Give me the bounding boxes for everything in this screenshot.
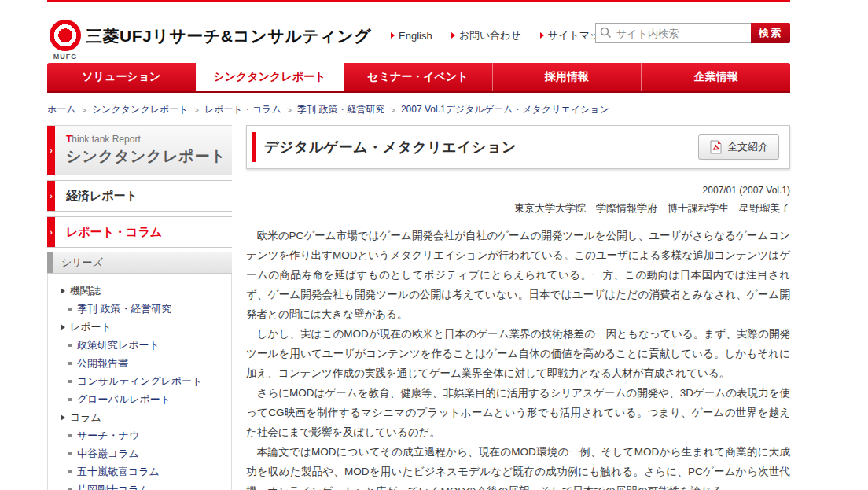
sidebar-item-label: レポート・コラム <box>66 225 162 240</box>
series-link-label: 政策研究レポート <box>77 338 160 352</box>
breadcrumb-separator: > <box>82 105 86 115</box>
arrow-icon <box>540 32 544 39</box>
bullet-icon <box>68 362 72 365</box>
series-heading-bar <box>47 252 53 273</box>
site-name[interactable]: 三菱UFJリサーチ&コンサルティング <box>86 25 371 47</box>
breadcrumb-report-column[interactable]: レポート・コラム <box>204 103 281 116</box>
series-category-kikanshi[interactable]: 機関誌 <box>48 282 231 300</box>
series-link-nakatani-column[interactable]: 中谷巌コラム <box>48 444 231 462</box>
nav-item-corporate[interactable]: 企業情報 <box>641 63 790 91</box>
series-category-label: コラム <box>70 411 101 425</box>
article-meta: 2007/01 (2007 Vol.1) 東京大学大学院 学際情報学府 博士課程… <box>246 185 790 216</box>
fulltext-pdf-button-top[interactable]: 全文紹介 <box>698 134 779 160</box>
mufg-logo-icon <box>50 20 81 51</box>
sidebar-item-economic-report[interactable]: › 経済レポート <box>47 180 232 212</box>
series-link-search-now[interactable]: サーチ・ナウ <box>48 426 231 444</box>
utility-nav: English お問い合わせ サイトマップ <box>391 28 611 42</box>
paragraph: 本論文ではMODについてその成立過程から、現在のMOD環境の一例、そしてMODか… <box>246 442 790 490</box>
series-category-column[interactable]: コラム <box>48 408 231 426</box>
series-link-label: グローバルレポート <box>77 392 171 407</box>
breadcrumb-home[interactable]: ホーム <box>47 103 76 116</box>
utility-link-label: お問い合わせ <box>459 28 521 42</box>
series-link-global-report[interactable]: グローバルレポート <box>48 390 231 408</box>
title-accent-bar <box>252 132 256 162</box>
series-link-label: 片岡剛士コラム <box>77 483 149 490</box>
bullet-icon <box>68 398 72 401</box>
nav-item-recruit[interactable]: 採用情報 <box>492 63 642 91</box>
sidebar-item-label: 経済レポート <box>66 189 138 204</box>
chevron-right-icon: › <box>47 217 55 247</box>
series-link-label: 季刊 政策・経営研究 <box>77 302 172 316</box>
breadcrumb-current: 2007 Vol.1デジタルゲーム・メタクリエイション <box>401 103 609 116</box>
series-link-label: 中谷巌コラム <box>77 447 139 461</box>
series-link-consulting-report[interactable]: コンサルティングレポート <box>48 372 231 390</box>
bullet-icon <box>68 470 72 473</box>
paragraph: しかし、実はこのMODが現在の欧米と日本のゲーム業界の技術格差の一因ともなってい… <box>246 324 790 383</box>
breadcrumb-separator: > <box>287 105 292 115</box>
pdf-icon <box>709 140 722 154</box>
series-link-label: 五十嵐敬喜コラム <box>77 465 160 479</box>
article-author: 東京大学大学院 学際情報学府 博士課程学生 星野瑠美子 <box>246 201 790 216</box>
mufg-logo-caption: MUFG <box>47 53 83 61</box>
nav-item-thinktank-report[interactable]: シンクタンクレポート <box>196 63 344 91</box>
site-header: MUFG 三菱UFJリサーチ&コンサルティング English お問い合わせ サ… <box>47 2 790 63</box>
series-heading-label: シリーズ <box>61 256 103 270</box>
bullet-icon <box>68 308 72 311</box>
series-category-label: レポート <box>70 320 112 334</box>
series-link-policy-research[interactable]: 政策研究レポート <box>48 336 231 354</box>
search-button[interactable]: 検索 <box>751 23 790 43</box>
article-title-box: デジタルゲーム・メタクリエイション 全文紹介 <box>246 125 790 169</box>
arrow-icon <box>451 32 455 39</box>
global-nav: ソリューション シンクタンクレポート セミナー・イベント 採用情報 企業情報 <box>47 63 790 93</box>
chevron-right-icon: › <box>47 181 55 211</box>
page: MUFG 三菱UFJリサーチ&コンサルティング English お問い合わせ サ… <box>47 0 790 490</box>
breadcrumb: ホーム > シンクタンクレポート > レポート・コラム > 季刊 政策・経営研究… <box>47 103 790 116</box>
bullet-icon <box>68 380 72 383</box>
series-link-public-report[interactable]: 公開報告書 <box>48 354 231 372</box>
nav-item-solution[interactable]: ソリューション <box>47 63 196 91</box>
series-category-report[interactable]: レポート <box>48 318 231 336</box>
bullet-icon <box>68 344 72 347</box>
article-date: 2007/01 (2007 Vol.1) <box>246 185 790 196</box>
sidebar: › Think tank Report シンクタンクレポート › 経済レポート … <box>47 125 232 490</box>
bullet-icon <box>68 434 72 437</box>
sidebar-thinktank-header[interactable]: › Think tank Report シンクタンクレポート <box>47 125 232 175</box>
search-input[interactable] <box>595 23 751 43</box>
series-link-igarashi-column[interactable]: 五十嵐敬喜コラム <box>48 462 231 481</box>
breadcrumb-separator: > <box>390 105 395 115</box>
utility-link-english[interactable]: English <box>391 28 432 42</box>
sidebar-series-list: 機関誌 季刊 政策・経営研究 レポート 政策研究レポート 公開報告書 コンサルテ… <box>47 274 232 490</box>
fulltext-label: 全文紹介 <box>727 140 768 154</box>
series-category-label: 機関誌 <box>70 284 101 298</box>
utility-link-contact[interactable]: お問い合わせ <box>451 28 521 42</box>
sidebar-item-report-column[interactable]: › レポート・コラム <box>47 216 232 248</box>
series-link-quarterly[interactable]: 季刊 政策・経営研究 <box>48 300 231 318</box>
series-link-kataoka-column[interactable]: 片岡剛士コラム <box>48 481 231 490</box>
sidebar-series-heading: シリーズ <box>47 252 232 274</box>
page-title: デジタルゲーム・メタクリエイション <box>264 138 517 157</box>
site-search: 検索 <box>595 23 790 43</box>
breadcrumb-separator: > <box>194 105 199 115</box>
thinktank-report-en: Think tank Report <box>66 134 232 145</box>
chevron-right-icon: › <box>47 126 55 175</box>
series-link-label: 公開報告書 <box>77 356 128 370</box>
nav-item-seminar-event[interactable]: セミナー・イベント <box>344 63 492 91</box>
triangle-icon <box>61 288 65 294</box>
triangle-icon <box>61 324 65 330</box>
thinktank-report-ja: シンクタンクレポート <box>66 146 232 167</box>
breadcrumb-thinktank[interactable]: シンクタンクレポート <box>92 103 189 116</box>
paragraph: 欧米のPCゲーム市場ではゲーム開発会社が自社のゲームの開発ツールを公開し、ユーザ… <box>246 226 790 324</box>
utility-link-label: English <box>399 30 432 42</box>
main-content: デジタルゲーム・メタクリエイション 全文紹介 2007/01 (2007 Vol… <box>246 125 790 490</box>
series-link-label: サーチ・ナウ <box>77 429 139 443</box>
article-body: 欧米のPCゲーム市場ではゲーム開発会社が自社のゲームの開発ツールを公開し、ユーザ… <box>246 226 790 490</box>
mufg-logo[interactable]: MUFG <box>47 20 83 61</box>
breadcrumb-quarterly[interactable]: 季刊 政策・経営研究 <box>297 103 384 116</box>
triangle-icon <box>61 414 65 421</box>
arrow-icon <box>391 32 395 39</box>
series-link-label: コンサルティングレポート <box>77 374 202 389</box>
search-icon <box>600 27 612 39</box>
paragraph: さらにMODはゲームを教育、健康等、非娯楽目的に活用するシリアスゲームの開発や、… <box>246 383 790 442</box>
bullet-icon <box>68 452 72 455</box>
